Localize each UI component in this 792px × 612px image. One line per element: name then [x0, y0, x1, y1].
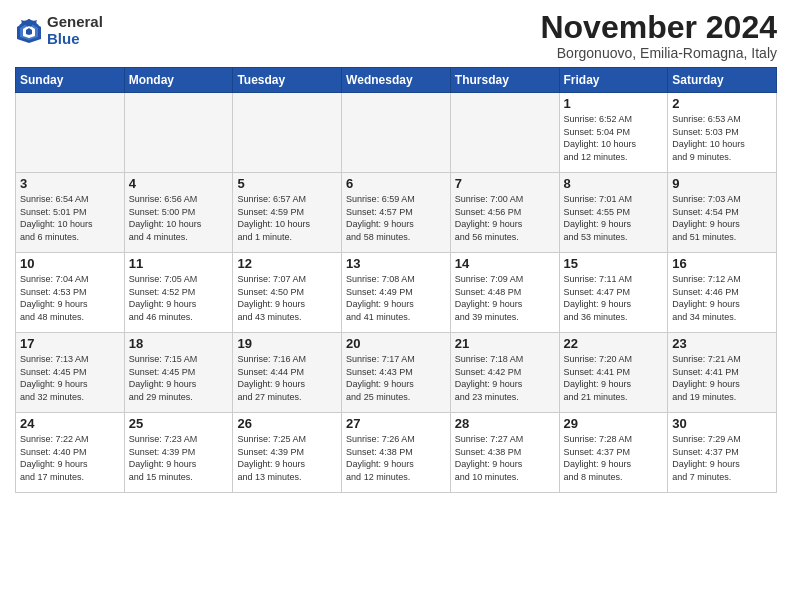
day-info: Sunrise: 6:54 AM Sunset: 5:01 PM Dayligh… — [20, 193, 120, 243]
day-number: 14 — [455, 256, 555, 271]
week-row-4: 17Sunrise: 7:13 AM Sunset: 4:45 PM Dayli… — [16, 333, 777, 413]
day-number: 16 — [672, 256, 772, 271]
weekday-header-row: SundayMondayTuesdayWednesdayThursdayFrid… — [16, 68, 777, 93]
day-info: Sunrise: 7:20 AM Sunset: 4:41 PM Dayligh… — [564, 353, 664, 403]
day-number: 23 — [672, 336, 772, 351]
logo: General Blue — [15, 14, 103, 47]
day-number: 11 — [129, 256, 229, 271]
day-number: 18 — [129, 336, 229, 351]
calendar-cell: 20Sunrise: 7:17 AM Sunset: 4:43 PM Dayli… — [342, 333, 451, 413]
location: Borgonuovo, Emilia-Romagna, Italy — [540, 45, 777, 61]
day-number: 26 — [237, 416, 337, 431]
week-row-2: 3Sunrise: 6:54 AM Sunset: 5:01 PM Daylig… — [16, 173, 777, 253]
day-info: Sunrise: 7:12 AM Sunset: 4:46 PM Dayligh… — [672, 273, 772, 323]
day-number: 15 — [564, 256, 664, 271]
calendar-cell: 19Sunrise: 7:16 AM Sunset: 4:44 PM Dayli… — [233, 333, 342, 413]
day-info: Sunrise: 7:11 AM Sunset: 4:47 PM Dayligh… — [564, 273, 664, 323]
day-number: 3 — [20, 176, 120, 191]
calendar-cell: 24Sunrise: 7:22 AM Sunset: 4:40 PM Dayli… — [16, 413, 125, 493]
day-info: Sunrise: 7:03 AM Sunset: 4:54 PM Dayligh… — [672, 193, 772, 243]
calendar-cell: 21Sunrise: 7:18 AM Sunset: 4:42 PM Dayli… — [450, 333, 559, 413]
day-number: 10 — [20, 256, 120, 271]
day-info: Sunrise: 7:26 AM Sunset: 4:38 PM Dayligh… — [346, 433, 446, 483]
day-info: Sunrise: 7:00 AM Sunset: 4:56 PM Dayligh… — [455, 193, 555, 243]
calendar-cell: 17Sunrise: 7:13 AM Sunset: 4:45 PM Dayli… — [16, 333, 125, 413]
calendar-cell: 6Sunrise: 6:59 AM Sunset: 4:57 PM Daylig… — [342, 173, 451, 253]
calendar-cell — [233, 93, 342, 173]
calendar-cell: 11Sunrise: 7:05 AM Sunset: 4:52 PM Dayli… — [124, 253, 233, 333]
month-title: November 2024 — [540, 10, 777, 45]
day-info: Sunrise: 7:23 AM Sunset: 4:39 PM Dayligh… — [129, 433, 229, 483]
day-number: 8 — [564, 176, 664, 191]
day-number: 20 — [346, 336, 446, 351]
day-number: 17 — [20, 336, 120, 351]
day-info: Sunrise: 7:21 AM Sunset: 4:41 PM Dayligh… — [672, 353, 772, 403]
calendar-cell: 30Sunrise: 7:29 AM Sunset: 4:37 PM Dayli… — [668, 413, 777, 493]
day-number: 24 — [20, 416, 120, 431]
day-info: Sunrise: 7:28 AM Sunset: 4:37 PM Dayligh… — [564, 433, 664, 483]
logo-blue: Blue — [47, 30, 80, 47]
calendar-cell: 1Sunrise: 6:52 AM Sunset: 5:04 PM Daylig… — [559, 93, 668, 173]
day-info: Sunrise: 7:04 AM Sunset: 4:53 PM Dayligh… — [20, 273, 120, 323]
day-info: Sunrise: 7:17 AM Sunset: 4:43 PM Dayligh… — [346, 353, 446, 403]
day-info: Sunrise: 7:29 AM Sunset: 4:37 PM Dayligh… — [672, 433, 772, 483]
day-info: Sunrise: 6:53 AM Sunset: 5:03 PM Dayligh… — [672, 113, 772, 163]
day-number: 30 — [672, 416, 772, 431]
logo-icon — [15, 17, 43, 45]
weekday-header-tuesday: Tuesday — [233, 68, 342, 93]
calendar-cell — [16, 93, 125, 173]
day-info: Sunrise: 7:01 AM Sunset: 4:55 PM Dayligh… — [564, 193, 664, 243]
calendar-cell: 18Sunrise: 7:15 AM Sunset: 4:45 PM Dayli… — [124, 333, 233, 413]
day-info: Sunrise: 6:59 AM Sunset: 4:57 PM Dayligh… — [346, 193, 446, 243]
day-info: Sunrise: 7:22 AM Sunset: 4:40 PM Dayligh… — [20, 433, 120, 483]
day-info: Sunrise: 7:08 AM Sunset: 4:49 PM Dayligh… — [346, 273, 446, 323]
calendar-cell: 23Sunrise: 7:21 AM Sunset: 4:41 PM Dayli… — [668, 333, 777, 413]
calendar-cell: 25Sunrise: 7:23 AM Sunset: 4:39 PM Dayli… — [124, 413, 233, 493]
day-info: Sunrise: 7:09 AM Sunset: 4:48 PM Dayligh… — [455, 273, 555, 323]
day-number: 4 — [129, 176, 229, 191]
day-number: 22 — [564, 336, 664, 351]
weekday-header-wednesday: Wednesday — [342, 68, 451, 93]
calendar-cell: 3Sunrise: 6:54 AM Sunset: 5:01 PM Daylig… — [16, 173, 125, 253]
day-info: Sunrise: 6:56 AM Sunset: 5:00 PM Dayligh… — [129, 193, 229, 243]
calendar-cell: 10Sunrise: 7:04 AM Sunset: 4:53 PM Dayli… — [16, 253, 125, 333]
day-info: Sunrise: 6:57 AM Sunset: 4:59 PM Dayligh… — [237, 193, 337, 243]
weekday-header-thursday: Thursday — [450, 68, 559, 93]
title-block: November 2024 Borgonuovo, Emilia-Romagna… — [540, 10, 777, 61]
page-container: General Blue November 2024 Borgonuovo, E… — [0, 0, 792, 498]
logo-text: General Blue — [47, 14, 103, 47]
calendar-cell: 27Sunrise: 7:26 AM Sunset: 4:38 PM Dayli… — [342, 413, 451, 493]
day-number: 12 — [237, 256, 337, 271]
day-number: 6 — [346, 176, 446, 191]
header: General Blue November 2024 Borgonuovo, E… — [15, 10, 777, 61]
day-number: 2 — [672, 96, 772, 111]
week-row-1: 1Sunrise: 6:52 AM Sunset: 5:04 PM Daylig… — [16, 93, 777, 173]
calendar-cell: 4Sunrise: 6:56 AM Sunset: 5:00 PM Daylig… — [124, 173, 233, 253]
day-number: 29 — [564, 416, 664, 431]
calendar-cell: 16Sunrise: 7:12 AM Sunset: 4:46 PM Dayli… — [668, 253, 777, 333]
day-number: 28 — [455, 416, 555, 431]
calendar-cell: 28Sunrise: 7:27 AM Sunset: 4:38 PM Dayli… — [450, 413, 559, 493]
day-info: Sunrise: 7:05 AM Sunset: 4:52 PM Dayligh… — [129, 273, 229, 323]
week-row-3: 10Sunrise: 7:04 AM Sunset: 4:53 PM Dayli… — [16, 253, 777, 333]
day-info: Sunrise: 7:07 AM Sunset: 4:50 PM Dayligh… — [237, 273, 337, 323]
calendar-cell: 12Sunrise: 7:07 AM Sunset: 4:50 PM Dayli… — [233, 253, 342, 333]
calendar-cell: 9Sunrise: 7:03 AM Sunset: 4:54 PM Daylig… — [668, 173, 777, 253]
calendar-table: SundayMondayTuesdayWednesdayThursdayFrid… — [15, 67, 777, 493]
calendar-cell: 14Sunrise: 7:09 AM Sunset: 4:48 PM Dayli… — [450, 253, 559, 333]
day-number: 9 — [672, 176, 772, 191]
day-number: 7 — [455, 176, 555, 191]
day-number: 1 — [564, 96, 664, 111]
day-info: Sunrise: 7:25 AM Sunset: 4:39 PM Dayligh… — [237, 433, 337, 483]
calendar-cell: 22Sunrise: 7:20 AM Sunset: 4:41 PM Dayli… — [559, 333, 668, 413]
logo-general: General — [47, 13, 103, 30]
calendar-cell: 13Sunrise: 7:08 AM Sunset: 4:49 PM Dayli… — [342, 253, 451, 333]
day-number: 5 — [237, 176, 337, 191]
calendar-cell — [342, 93, 451, 173]
calendar-cell: 29Sunrise: 7:28 AM Sunset: 4:37 PM Dayli… — [559, 413, 668, 493]
calendar-cell: 7Sunrise: 7:00 AM Sunset: 4:56 PM Daylig… — [450, 173, 559, 253]
day-info: Sunrise: 7:13 AM Sunset: 4:45 PM Dayligh… — [20, 353, 120, 403]
day-number: 19 — [237, 336, 337, 351]
day-number: 13 — [346, 256, 446, 271]
calendar-cell — [450, 93, 559, 173]
